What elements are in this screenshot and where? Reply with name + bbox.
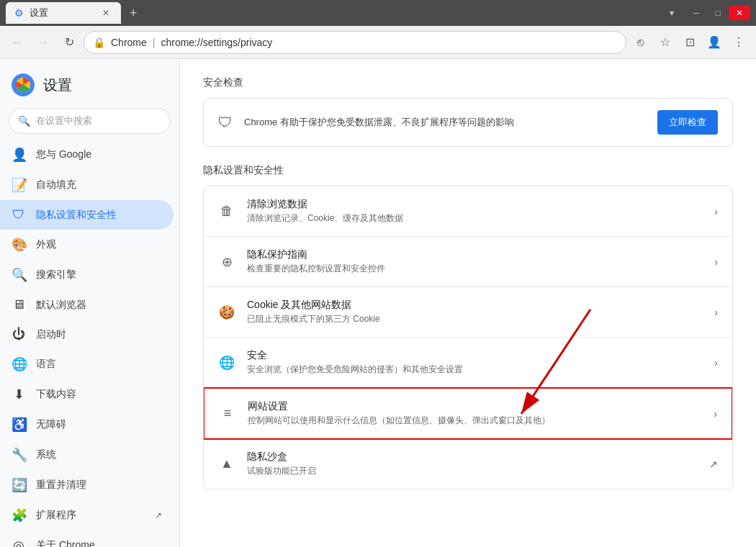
privacy-guide-arrow-icon: ›	[714, 256, 718, 268]
sidebar-item-label-privacy: 隐私设置和安全性	[36, 209, 117, 222]
autofill-icon: 📝	[12, 177, 26, 193]
address-bar[interactable]: 🔒 Chrome | chrome://settings/privacy	[84, 31, 626, 54]
privacy-item-security[interactable]: 🌐安全安全浏览（保护您免受危险网站的侵害）和其他安全设置›	[204, 338, 732, 388]
sandbox-external-icon: ↗	[709, 458, 718, 470]
chrome-logo-icon	[12, 73, 35, 96]
back-button[interactable]: ←	[6, 31, 29, 54]
tab-close-button[interactable]: ✕	[99, 6, 112, 19]
sidebar-item-label-google: 您与 Google	[36, 148, 91, 161]
sidebar-item-label-extensions: 扩展程序	[36, 509, 76, 522]
privacy-guide-info: 隐私保护指南检查重要的隐私控制设置和安全控件	[247, 248, 703, 275]
cookies-icon: 🍪	[218, 304, 235, 320]
browser-icon: 🖥	[12, 297, 26, 312]
profile-button[interactable]: 👤	[703, 31, 726, 54]
sidebar-item-language[interactable]: 🌐语言	[0, 349, 174, 379]
google-icon: 👤	[12, 147, 26, 163]
privacy-item-sandbox[interactable]: ▲隐私沙盒试验版功能已开启↗	[204, 439, 732, 489]
security-arrow-icon: ›	[714, 357, 718, 369]
more-button[interactable]: ⋮	[727, 31, 750, 54]
sidebar-item-download[interactable]: ⬇下载内容	[0, 379, 174, 410]
privacy-guide-desc: 检查重要的隐私控制设置和安全控件	[247, 263, 703, 275]
close-button[interactable]: ✕	[729, 6, 750, 20]
privacy-settings-card: 🗑清除浏览数据清除浏览记录、Cookie、缓存及其他数据›⊕隐私保护指南检查重要…	[203, 186, 733, 489]
content-area: 安全检查 🛡 Chrome 有助于保护您免受数据泄露、不良扩展程序等问题的影响 …	[180, 59, 756, 524]
privacy-item-clear-browsing[interactable]: 🗑清除浏览数据清除浏览记录、Cookie、缓存及其他数据›	[204, 186, 732, 237]
safety-check-card: 🛡 Chrome 有助于保护您免受数据泄露、不良扩展程序等问题的影响 立即检查	[203, 98, 733, 147]
reload-button[interactable]: ↻	[58, 31, 81, 54]
sidebar-item-reset[interactable]: 🔄重置并清理	[0, 470, 174, 500]
sidebar-item-system[interactable]: 🔧系统	[0, 440, 174, 470]
sidebar-item-label-system: 系统	[36, 448, 56, 461]
privacy-guide-name: 隐私保护指南	[247, 248, 703, 261]
sandbox-name: 隐私沙盒	[247, 451, 698, 464]
maximize-button[interactable]: □	[707, 6, 729, 20]
main-layout: 设置 🔍 在设置中搜索 👤您与 Google📝自动填充🛡隐私设置和安全性🎨外观🔍…	[0, 59, 756, 547]
nav-action-buttons: ⎋ ☆ ⊡ 👤 ⋮	[629, 31, 750, 54]
clear-browsing-icon: 🗑	[218, 204, 235, 219]
sidebar-item-autofill[interactable]: 📝自动填充	[0, 170, 174, 200]
privacy-item-cookies[interactable]: 🍪Cookie 及其他网站数据已阻止无痕模式下的第三方 Cookie›	[204, 287, 732, 338]
sidebar-item-accessibility[interactable]: ♿无障碍	[0, 410, 174, 440]
sidebar-item-label-autofill: 自动填充	[36, 178, 76, 191]
site-security-icon: 🔒	[93, 37, 105, 48]
security-info: 安全安全浏览（保护您免受危险网站的侵害）和其他安全设置	[247, 349, 703, 376]
sidebar-item-label-startup: 启动时	[36, 328, 66, 341]
sidebar-item-label-search: 搜索引擎	[36, 268, 76, 281]
split-view-button[interactable]: ⊡	[678, 31, 701, 54]
new-tab-button[interactable]: +	[124, 3, 143, 24]
sidebar-item-browser[interactable]: 🖥默认浏览器	[0, 290, 174, 320]
privacy-icon: 🛡	[12, 207, 26, 222]
search-placeholder: 在设置中搜索	[36, 114, 92, 127]
sidebar-item-label-appearance: 外观	[36, 238, 56, 251]
active-tab[interactable]: ⚙ 设置 ✕	[6, 2, 121, 24]
sidebar-item-about[interactable]: ◎关于 Chrome	[0, 530, 174, 547]
reset-icon: 🔄	[12, 477, 26, 493]
security-icon: 🌐	[218, 355, 235, 371]
navbar: ← → ↻ 🔒 Chrome | chrome://settings/priva…	[0, 26, 756, 59]
sidebar-item-startup[interactable]: ⏻启动时	[0, 320, 174, 349]
forward-button[interactable]: →	[32, 31, 55, 54]
sidebar-item-privacy[interactable]: 🛡隐私设置和安全性	[0, 200, 174, 230]
about-icon: ◎	[12, 538, 26, 547]
address-separator: |	[153, 37, 156, 48]
titlebar: ⚙ 设置 ✕ + ▾ ─ □ ✕	[0, 0, 756, 26]
privacy-section-title: 隐私设置和安全性	[203, 164, 733, 177]
safety-shield-icon: 🛡	[218, 114, 233, 131]
cookies-name: Cookie 及其他网站数据	[247, 299, 703, 312]
search-icon: 🔍	[12, 267, 26, 283]
cookies-arrow-icon: ›	[714, 307, 718, 318]
tab-favicon-icon: ⚙	[14, 7, 24, 19]
security-name: 安全	[247, 349, 703, 362]
minimize-button[interactable]: ─	[685, 6, 707, 20]
sidebar-item-google[interactable]: 👤您与 Google	[0, 140, 174, 170]
site-settings-info: 网站设置控制网站可以使用和显示什么信息（如位置信息、摄像头、弹出式窗口及其他）	[248, 400, 702, 427]
safety-section-title: 安全检查	[203, 76, 733, 89]
clear-browsing-name: 清除浏览数据	[247, 198, 703, 211]
privacy-item-privacy-guide[interactable]: ⊕隐私保护指南检查重要的隐私控制设置和安全控件›	[204, 237, 732, 287]
site-settings-arrow-icon: ›	[714, 408, 717, 420]
share-button[interactable]: ⎋	[629, 31, 652, 54]
safety-card-text: Chrome 有助于保护您免受数据泄露、不良扩展程序等问题的影响	[244, 116, 646, 129]
extensions-icon: 🧩	[12, 507, 26, 523]
chrome-dropdown-button[interactable]: ▾	[661, 6, 683, 20]
address-path: chrome://settings/privacy	[161, 37, 272, 48]
check-now-button[interactable]: 立即检查	[657, 110, 718, 135]
bookmark-button[interactable]: ☆	[654, 31, 677, 54]
sidebar-nav: 👤您与 Google📝自动填充🛡隐私设置和安全性🎨外观🔍搜索引擎🖥默认浏览器⏻启…	[0, 140, 179, 547]
accessibility-icon: ♿	[12, 417, 26, 433]
search-icon: 🔍	[18, 115, 30, 127]
address-brand: Chrome	[111, 37, 147, 48]
site-settings-name: 网站设置	[248, 400, 702, 413]
sandbox-icon: ▲	[218, 456, 235, 471]
settings-search-box[interactable]: 🔍 在设置中搜索	[9, 108, 171, 134]
sidebar-item-extensions[interactable]: 🧩扩展程序↗	[0, 500, 174, 530]
privacy-item-site-settings[interactable]: ≡网站设置控制网站可以使用和显示什么信息（如位置信息、摄像头、弹出式窗口及其他）…	[203, 387, 733, 440]
language-icon: 🌐	[12, 356, 26, 372]
sidebar-item-search[interactable]: 🔍搜索引擎	[0, 260, 174, 290]
site-settings-icon: ≡	[219, 406, 236, 421]
cookies-info: Cookie 及其他网站数据已阻止无痕模式下的第三方 Cookie	[247, 299, 703, 325]
sidebar-item-label-reset: 重置并清理	[36, 479, 86, 492]
sandbox-info: 隐私沙盒试验版功能已开启	[247, 451, 698, 477]
sidebar-item-label-browser: 默认浏览器	[36, 299, 86, 312]
sidebar-item-appearance[interactable]: 🎨外观	[0, 230, 174, 260]
